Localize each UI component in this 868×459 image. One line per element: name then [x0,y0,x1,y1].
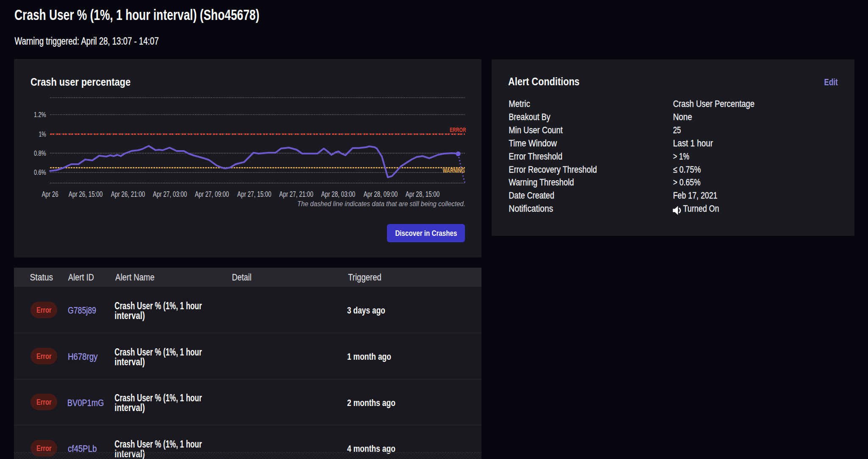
svg-text:None: None [673,112,692,122]
svg-text:Turned On: Turned On [683,203,719,214]
svg-text:Triggered: Triggered [348,272,381,283]
svg-text:> 0.65%: > 0.65% [673,177,701,188]
svg-text:3 days ago: 3 days ago [347,305,385,316]
svg-text:Discover in Crashes: Discover in Crashes [395,229,457,238]
svg-text:Breakout By: Breakout By [509,112,550,122]
svg-text:Alert Name: Alert Name [115,272,154,283]
svg-text:Apr 28, 03:00: Apr 28, 03:00 [321,190,355,199]
svg-text:Feb 17, 2021: Feb 17, 2021 [673,190,718,201]
svg-text:Date Created: Date Created [509,190,554,201]
svg-text:Last 1 hour: Last 1 hour [673,138,713,148]
svg-text:Min User Count: Min User Count [509,125,562,135]
svg-text:Apr 26, 21:00: Apr 26, 21:00 [111,190,145,199]
svg-text:Error: Error [36,306,51,314]
svg-text:G785j89: G785j89 [68,305,96,316]
svg-text:Apr 27, 15:00: Apr 27, 15:00 [237,190,271,199]
svg-text:25: 25 [673,125,681,135]
svg-text:interval): interval) [114,356,145,367]
svg-text:Crash User % (1%, 1 hour inter: Crash User % (1%, 1 hour interval) (Sho4… [14,6,259,23]
svg-text:Apr 27, 21:00: Apr 27, 21:00 [279,190,313,199]
svg-text:Warning Threshold: Warning Threshold [509,177,574,188]
svg-text:Metric: Metric [509,98,530,109]
svg-text:Status: Status [30,272,53,283]
svg-text:Notifications: Notifications [509,203,553,214]
svg-text:Error: Error [36,352,51,361]
svg-text:≤ 0.75%: ≤ 0.75% [673,164,701,175]
svg-text:Error: Error [36,398,51,406]
svg-text:Alert ID: Alert ID [68,272,94,283]
svg-text:Crash user percentage: Crash user percentage [31,76,131,88]
svg-text:Error Threshold: Error Threshold [509,151,562,162]
svg-text:Apr 26, 15:00: Apr 26, 15:00 [69,190,103,199]
svg-text:interval): interval) [114,310,145,321]
svg-text:1 month ago: 1 month ago [347,351,391,362]
svg-text:Error: Error [36,444,51,453]
svg-text:Warning triggered: April 28, 1: Warning triggered: April 28, 13:07 - 14:… [15,36,159,47]
svg-text:1.2%: 1.2% [34,111,46,119]
svg-text:Apr 27, 03:00: Apr 27, 03:00 [153,190,187,199]
svg-text:Alert Conditions: Alert Conditions [508,76,579,87]
svg-text:Error Recovery Threshold: Error Recovery Threshold [509,164,597,175]
svg-text:Edit: Edit [824,77,838,87]
svg-text:The dashed line indicates data: The dashed line indicates data that are … [297,200,465,208]
svg-text:Apr 28, 09:00: Apr 28, 09:00 [364,190,398,199]
svg-text:Apr 28, 15:00: Apr 28, 15:00 [406,190,440,199]
svg-text:BV0P1mG: BV0P1mG [67,397,104,408]
svg-text:0.8%: 0.8% [34,149,46,157]
svg-text:Time Window: Time Window [509,138,557,148]
svg-text:ERROR: ERROR [450,126,466,133]
svg-text:2 months ago: 2 months ago [347,397,395,408]
svg-text:Apr 27, 09:00: Apr 27, 09:00 [195,190,229,199]
svg-text:> 1%: > 1% [673,151,689,162]
svg-text:1%: 1% [39,130,46,138]
svg-text:WARNING: WARNING [443,167,465,174]
svg-text:Crash User Percentage: Crash User Percentage [673,98,754,109]
svg-text:Apr 26: Apr 26 [42,190,58,199]
svg-text:Detail: Detail [232,272,251,283]
svg-text:H678rgy: H678rgy [68,351,98,362]
svg-text:0.6%: 0.6% [34,168,46,176]
svg-text:interval): interval) [114,402,145,413]
